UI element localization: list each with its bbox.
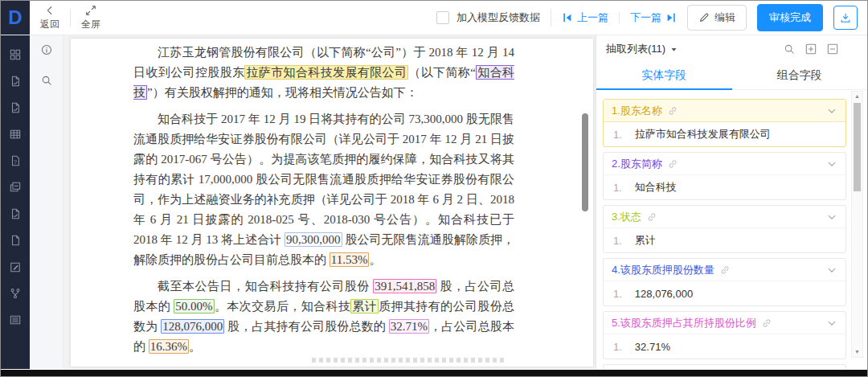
doc-paragraph: 江苏玉龙钢管股份有限公司（以下简称“公司”）于 2018 年 12 月 14 日… [133,43,514,103]
app-logo[interactable]: D [1,1,30,35]
field-card-partial [603,364,846,369]
field-card-header[interactable]: 2.股东简称 [604,153,845,175]
tab-entity-fields[interactable]: 实体字段 [596,62,732,89]
document-text: 江苏玉龙钢管股份有限公司（以下简称“公司”）于 2018 年 12 月 14 日… [71,39,593,367]
value-index: 1. [613,288,622,300]
download-button[interactable] [833,6,858,30]
fullscreen-button[interactable]: 全屏 [71,5,111,31]
field-value-row[interactable]: 1.128,076,000 [604,281,845,305]
back-button[interactable]: 返回 [30,5,70,31]
doc-highlight-orange[interactable]: 16.36% [149,339,189,354]
info-icon[interactable] [41,44,52,55]
divider [551,9,551,27]
caret-down-icon [670,46,678,53]
doc-highlight-lime[interactable]: 累计 [350,299,379,313]
field-card-header[interactable]: 5.该股东质押占其所持股份比例 [604,312,845,334]
doc-highlight-bluegray[interactable]: 90,300,000 [285,232,342,247]
field-label: 3.状态 [612,210,641,224]
field-card-header[interactable]: 4.该股东质押股份数量 [604,259,845,281]
chevron-down-icon[interactable] [826,318,837,329]
tab-combined-fields[interactable]: 组合字段 [732,62,868,89]
next-label: 下一篇 [630,10,661,25]
extract-list-dropdown[interactable]: 抽取列表(11) [606,42,678,56]
expand-all-icon[interactable] [805,43,817,55]
collapse-all-icon[interactable] [827,43,838,55]
divider [619,12,620,23]
field-value-row[interactable]: 1.累计 [604,228,845,252]
field-value: 累计 [635,233,656,248]
panel-scrollbar[interactable]: ▲ ▼ [851,91,863,358]
link-icon[interactable] [646,211,657,223]
checkbox-icon[interactable] [436,11,449,24]
bottom-bar [1,370,867,376]
topbar: D 返回 全屏 加入模型反馈数据 上一篇 下一篇 [1,1,867,35]
value-index: 1. [613,235,622,247]
document-viewer: 江苏玉龙钢管股份有限公司（以下简称“公司”）于 2018 年 12 月 14 日… [63,35,596,369]
approve-button[interactable]: 审核完成 [757,4,823,31]
doc-highlight-yellow[interactable]: 拉萨市知合科技发展有限公司 [244,65,408,80]
doc-highlight-pink[interactable]: 391,541,858 [373,279,436,293]
scroll-down-arrow[interactable]: ▼ [852,348,862,356]
scroll-up-arrow[interactable]: ▲ [852,92,862,100]
link-icon[interactable] [667,105,678,117]
doc-highlight-blue[interactable]: 128,076,000 [161,319,224,334]
doc-highlight-orange[interactable]: 11.53% [330,252,370,267]
file-icon[interactable] [1,227,30,253]
chevron-down-icon[interactable] [826,105,837,117]
field-value-row[interactable]: 1.拉萨市知合科技发展有限公司 [604,122,845,146]
copy-icon[interactable] [1,174,30,200]
prev-article-button[interactable]: 上一篇 [562,10,608,25]
field-card: 2.股东简称1.知合科技 [603,152,846,200]
extract-list-title: 抽取列表(11) [606,42,665,56]
panel-header: 抽取列表(11) [596,35,867,62]
value-index: 1. [613,341,622,353]
pdf-file-icon[interactable] [1,94,30,121]
field-label: 5.该股东质押占其所持股份比例 [612,316,756,330]
table-icon[interactable] [1,121,30,147]
field-value: 知合科技 [635,180,677,195]
search-icon[interactable] [784,43,795,55]
next-article-button[interactable]: 下一篇 [630,10,677,25]
link-icon[interactable] [761,318,772,329]
doc-paragraph: 截至本公告日，知合科技持有公司股份 391,541,858 股，占公司总股本的 … [133,277,514,357]
dashboard-icon[interactable] [1,41,30,68]
edit-button[interactable]: 编辑 [687,5,747,31]
field-label: 1.股东名称 [612,104,662,118]
chevron-down-icon[interactable] [826,158,837,170]
download-icon [840,12,851,23]
field-card: 3.状态1.累计 [603,205,846,253]
link-icon[interactable] [667,158,678,170]
value-index: 1. [613,182,622,194]
field-card: 4.该股东质押股份数量1.128,076,000 [603,258,846,306]
link-icon[interactable] [719,264,731,276]
scrollbar-thumb[interactable] [854,103,861,191]
chevron-down-icon[interactable] [826,211,837,223]
unknown-file-icon[interactable]: ? [1,147,30,174]
value-index: 1. [613,129,622,141]
pencil-icon [698,12,710,23]
list-icon[interactable] [1,306,30,333]
logo-letter: D [8,6,22,29]
field-value: 32.71% [635,341,670,353]
doc-highlight-violet[interactable]: 32.71% [389,319,429,334]
doc-highlight-green[interactable]: 50.00% [174,299,214,313]
pdf-file-icon[interactable] [1,200,30,227]
field-value-row[interactable]: 1.知合科技 [604,175,845,199]
skip-previous-icon [562,12,573,23]
field-card-header[interactable]: 3.状态 [604,206,845,228]
doc-paragraph: 知合科技于 2017 年 12 月 19 日将其持有的公司 73,300,000… [133,109,514,270]
branch-icon[interactable] [1,280,30,306]
field-value-row[interactable]: 1.32.71% [604,334,845,359]
pdf-file-icon[interactable] [1,68,30,94]
field-card-header[interactable]: 1.股东名称 [604,100,845,122]
search-icon[interactable] [41,75,52,86]
edit-note-icon[interactable] [1,253,30,280]
field-label: 2.股东简称 [612,157,662,171]
skip-next-icon [665,12,677,23]
feedback-checkbox-row[interactable]: 加入模型反馈数据 [436,10,540,25]
scrollbar-thumb[interactable] [582,113,588,211]
panel-tools [784,43,858,55]
chevron-left-icon [44,5,55,16]
chevron-down-icon[interactable] [826,264,837,276]
document-scrollbar[interactable] [582,35,589,369]
